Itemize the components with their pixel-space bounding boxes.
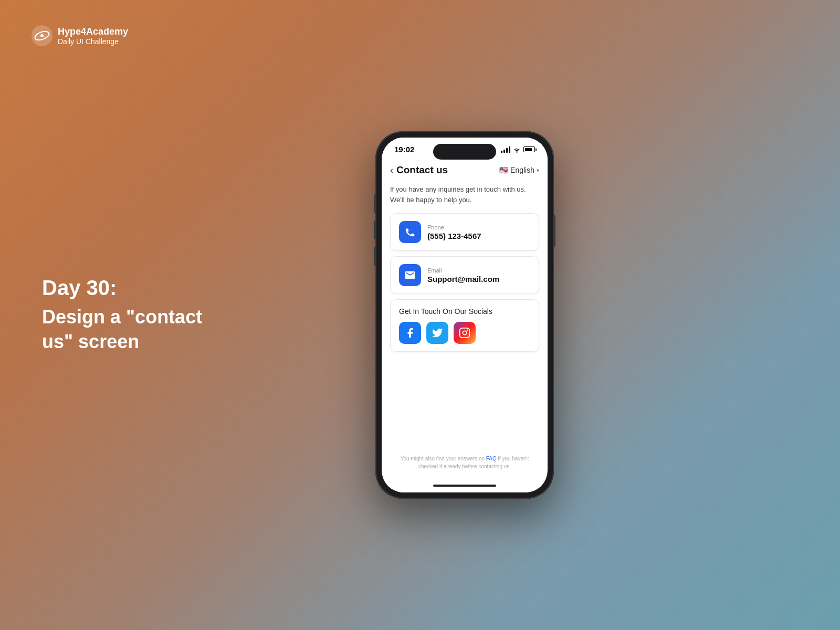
- status-time: 19:02: [394, 145, 414, 154]
- phone-card[interactable]: Phone (555) 123-4567: [390, 213, 539, 251]
- email-icon: [404, 269, 416, 281]
- twitter-button[interactable]: [426, 322, 448, 344]
- bottom-text: You might also find your answers on FAQ …: [382, 446, 548, 479]
- contact-cards: Phone (555) 123-4567 Email: [382, 213, 548, 352]
- signal-bars-icon: [501, 146, 510, 153]
- email-card[interactable]: Email Support@mail.com: [390, 256, 539, 294]
- dynamic-island: [433, 144, 496, 160]
- language-label: English: [510, 166, 534, 174]
- bottom-text-before: You might also find your answers on: [401, 456, 486, 461]
- battery-icon: [523, 146, 535, 152]
- phone-icon: [404, 226, 416, 238]
- home-indicator: [382, 479, 548, 492]
- status-icons: [501, 146, 535, 153]
- social-icons-row: [399, 322, 530, 344]
- email-label: Email: [427, 267, 499, 274]
- phone-card-info: Phone (555) 123-4567: [427, 224, 481, 240]
- brand-text: Hype4Academy Daily UI Challenge: [58, 26, 128, 46]
- day-label: Day 30:: [42, 276, 210, 300]
- phone-mockup: 19:02 ‹: [375, 131, 554, 499]
- language-flag: 🇺🇸: [499, 166, 508, 174]
- brand: Hype4Academy Daily UI Challenge: [32, 25, 128, 46]
- socials-card: Get In Touch On Our Socials: [390, 299, 539, 352]
- svg-point-4: [463, 331, 466, 334]
- faq-link[interactable]: FAQ: [486, 456, 497, 461]
- instagram-button[interactable]: [454, 322, 476, 344]
- svg-point-5: [467, 330, 468, 331]
- brand-name: Hype4Academy: [58, 26, 128, 37]
- page-title: Contact us: [396, 164, 448, 176]
- app-content: ‹ Contact us 🇺🇸 English ▾ If you have an…: [382, 158, 548, 479]
- brand-icon: [32, 25, 52, 46]
- nav-right[interactable]: 🇺🇸 English ▾: [499, 166, 539, 174]
- back-button[interactable]: ‹: [390, 165, 393, 176]
- chevron-down-icon: ▾: [537, 167, 539, 173]
- phone-value: (555) 123-4567: [427, 232, 481, 240]
- svg-rect-3: [460, 328, 469, 338]
- phone-screen: 19:02 ‹: [382, 138, 548, 492]
- wifi-icon: [513, 146, 521, 153]
- nav-left: ‹ Contact us: [390, 164, 448, 176]
- left-description: Day 30: Design a "contact us" screen: [42, 276, 210, 354]
- nav-bar: ‹ Contact us 🇺🇸 English ▾: [382, 158, 548, 180]
- facebook-button[interactable]: [399, 322, 421, 344]
- phone-frame: 19:02 ‹: [375, 131, 554, 499]
- facebook-icon: [404, 327, 416, 339]
- email-card-info: Email Support@mail.com: [427, 267, 499, 284]
- subtitle-text: If you have any inquiries get in touch w…: [382, 180, 548, 213]
- brand-sub: Daily UI Challenge: [58, 37, 128, 46]
- phone-icon-bg: [399, 221, 421, 243]
- socials-title: Get In Touch On Our Socials: [399, 307, 530, 316]
- instagram-icon: [459, 327, 470, 339]
- twitter-icon: [432, 327, 443, 339]
- home-bar: [433, 485, 496, 487]
- email-icon-bg: [399, 264, 421, 286]
- challenge-desc: Design a "contact us" screen: [42, 305, 210, 354]
- svg-point-2: [40, 34, 44, 37]
- email-value: Support@mail.com: [427, 275, 499, 284]
- phone-label: Phone: [427, 224, 481, 230]
